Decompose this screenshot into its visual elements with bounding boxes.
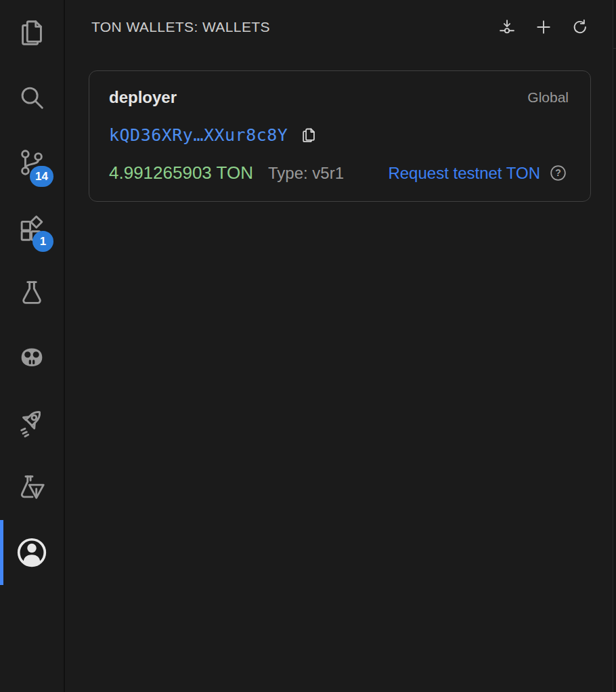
activity-item-ton-wallets[interactable]	[0, 520, 64, 585]
refresh-icon	[571, 18, 590, 37]
add-icon	[534, 18, 553, 37]
editor-edge	[613, 0, 616, 692]
import-icon	[498, 18, 516, 37]
activity-item-explorer[interactable]	[0, 0, 64, 65]
activity-item-deploy[interactable]	[0, 390, 64, 455]
account-icon	[14, 535, 49, 570]
refresh-button[interactable]	[569, 16, 591, 38]
activity-bar: 14 1	[0, 0, 65, 692]
beaker-icon	[16, 277, 47, 308]
question-icon: ?	[549, 164, 567, 182]
robot-icon	[16, 342, 47, 373]
extensions-badge: 1	[32, 231, 53, 252]
import-wallet-button[interactable]	[496, 16, 518, 38]
wallet-balance-row: 4.991265903 TON Type: v5r1 Request testn…	[109, 163, 569, 183]
wallet-card-header-row: deployer Global	[109, 88, 569, 107]
request-testnet-link[interactable]: Request testnet TON	[388, 164, 540, 183]
vscode-window: 14 1	[0, 0, 616, 692]
panel-header: TON WALLETS: WALLETS	[65, 0, 613, 54]
wallet-type: Type: v5r1	[268, 164, 344, 183]
wallet-card: deployer Global kQD36XRy…XXur8c8Y 4.9912…	[89, 70, 591, 202]
wallet-name: deployer	[109, 88, 177, 107]
request-help-button[interactable]: ?	[548, 163, 569, 183]
svg-text:?: ?	[555, 167, 561, 178]
files-icon	[16, 17, 47, 48]
activity-item-search[interactable]	[0, 65, 64, 130]
wallet-scope-badge: Global	[527, 89, 569, 106]
wallet-address-link[interactable]: kQD36XRy…XXur8c8Y	[109, 125, 288, 145]
wallet-balance: 4.991265903 TON	[109, 163, 253, 183]
copy-icon	[299, 126, 317, 144]
flask-ton-icon	[16, 472, 47, 503]
wallet-address-row: kQD36XRy…XXur8c8Y	[109, 125, 569, 146]
rocket-icon	[16, 407, 47, 438]
search-icon	[16, 82, 47, 113]
activity-item-testing[interactable]	[0, 260, 64, 325]
activity-item-ton-testing[interactable]	[0, 455, 64, 520]
activity-item-source-control[interactable]: 14	[0, 130, 64, 195]
panel-actions	[496, 16, 591, 38]
activity-item-extensions[interactable]: 1	[0, 195, 64, 260]
activity-item-chat[interactable]	[0, 325, 64, 390]
source-control-badge: 14	[30, 166, 53, 187]
add-wallet-button[interactable]	[533, 16, 554, 38]
copy-address-button[interactable]	[298, 125, 319, 146]
panel-title: TON WALLETS: WALLETS	[91, 19, 496, 35]
ton-wallets-panel: TON WALLETS: WALLETS	[65, 0, 613, 692]
